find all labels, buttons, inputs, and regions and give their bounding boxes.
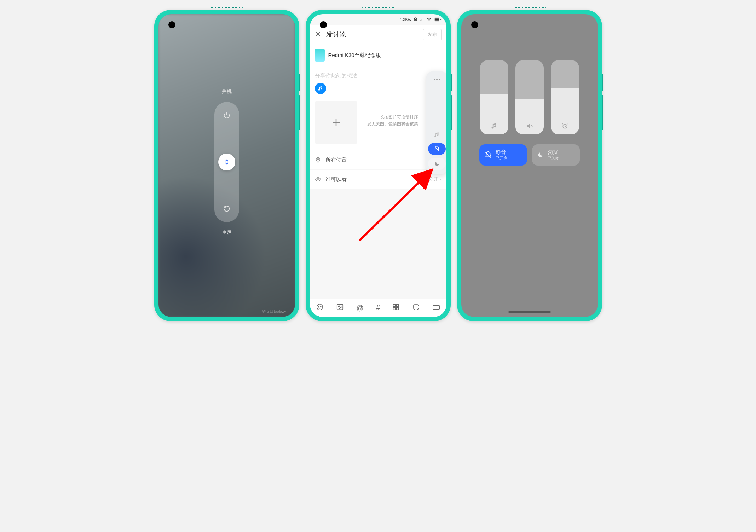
image-button[interactable] bbox=[336, 303, 344, 313]
add-image-button[interactable] bbox=[315, 101, 357, 144]
media-volume-slider[interactable] bbox=[480, 60, 508, 134]
volume-expand-button[interactable] bbox=[433, 76, 440, 83]
mention-button[interactable]: @ bbox=[357, 304, 364, 312]
mute-bell-icon bbox=[434, 146, 440, 152]
mute-status: 已开启 bbox=[496, 156, 507, 161]
add-button[interactable] bbox=[412, 303, 420, 313]
moon-icon bbox=[537, 151, 544, 158]
wifi-icon bbox=[427, 17, 432, 22]
publish-button[interactable]: 发布 bbox=[423, 29, 442, 40]
power-icon bbox=[223, 111, 231, 119]
visibility-label: 谁可以看 bbox=[325, 176, 347, 183]
compose-title: 发讨论 bbox=[326, 30, 346, 39]
apps-button[interactable] bbox=[392, 303, 399, 312]
plus-icon bbox=[331, 117, 341, 128]
svg-point-5 bbox=[436, 79, 438, 80]
compose-toolbar: @ # bbox=[310, 299, 446, 317]
plus-circle-icon bbox=[412, 303, 420, 311]
side-button bbox=[299, 95, 300, 130]
battery-icon bbox=[434, 17, 442, 22]
side-button bbox=[451, 95, 452, 130]
grid-icon bbox=[392, 303, 399, 311]
location-label: 所在位置 bbox=[325, 157, 347, 163]
keyboard-icon bbox=[432, 303, 440, 311]
compose-body: 分享你此刻的想法… 长按图片可拖动排序 发无关图、色情图将会被禁 bbox=[310, 66, 446, 150]
svg-rect-12 bbox=[337, 305, 343, 310]
svg-rect-14 bbox=[393, 305, 396, 307]
phone-frame-2: 1.3K/s 发讨论 发布 Redmi K30至尊纪念版 分享你此刻的想法… bbox=[306, 10, 451, 321]
mute-speaker-icon bbox=[526, 122, 533, 129]
svg-rect-3 bbox=[440, 19, 441, 20]
side-button bbox=[602, 95, 603, 130]
phone-frame-1: 关机 重启 酷安@toolazy… bbox=[154, 10, 299, 321]
restart-label: 重启 bbox=[222, 229, 232, 236]
visibility-row[interactable]: 谁可以看 公开 › bbox=[310, 170, 446, 189]
restart-button[interactable] bbox=[220, 202, 233, 215]
power-slider-pill[interactable] bbox=[214, 102, 239, 222]
mute-mode-card[interactable]: 静音 已开启 bbox=[479, 144, 527, 166]
screen-compose: 1.3K/s 发讨论 发布 Redmi K30至尊纪念版 分享你此刻的想法… bbox=[310, 14, 446, 317]
sound-mode-row: 静音 已开启 勿扰 已关闭 bbox=[479, 144, 580, 166]
mute-title: 静音 bbox=[496, 149, 507, 156]
location-pin-icon bbox=[315, 157, 321, 163]
chevron-right-icon: › bbox=[440, 176, 442, 182]
drag-handle[interactable] bbox=[218, 154, 235, 170]
hashtag-button[interactable]: # bbox=[376, 304, 380, 312]
compose-header: 发讨论 发布 bbox=[310, 25, 446, 45]
camera-punch-hole bbox=[168, 21, 175, 28]
media-volume-slider[interactable] bbox=[426, 86, 446, 140]
gesture-nav-bar[interactable] bbox=[508, 311, 551, 313]
music-note-icon bbox=[434, 132, 440, 138]
svg-point-4 bbox=[434, 79, 435, 80]
alarm-volume-slider[interactable] bbox=[551, 60, 579, 134]
compose-textarea[interactable]: 分享你此刻的想法… bbox=[315, 66, 442, 83]
mute-toggle-button[interactable] bbox=[428, 143, 446, 155]
visibility-value: 公开 bbox=[428, 176, 438, 182]
screen-power-menu: 关机 重启 酷安@toolazy… bbox=[158, 14, 295, 317]
speaker-grill bbox=[362, 7, 394, 8]
device-tag-row[interactable]: Redmi K30至尊纪念版 bbox=[310, 45, 446, 66]
svg-point-9 bbox=[317, 304, 323, 310]
emoji-button[interactable] bbox=[316, 303, 324, 313]
phone-frame-3: 静音 已开启 勿扰 已关闭 bbox=[457, 10, 602, 321]
alarm-clock-icon bbox=[561, 122, 569, 129]
camera-punch-hole bbox=[471, 21, 478, 28]
music-attachment-button[interactable] bbox=[315, 83, 326, 94]
dnd-mode-card[interactable]: 勿扰 已关闭 bbox=[532, 144, 580, 166]
image-icon bbox=[336, 303, 344, 311]
device-thumbnail bbox=[315, 49, 325, 62]
network-speed: 1.3K/s bbox=[400, 17, 411, 22]
image-hint-text: 长按图片可拖动排序 发无关图、色情图将会被禁 bbox=[367, 114, 418, 127]
close-button[interactable] bbox=[315, 30, 321, 39]
side-button bbox=[451, 74, 452, 91]
location-row[interactable]: 所在位置 › bbox=[310, 150, 446, 169]
watermark-text: 酷安@toolazy… bbox=[262, 309, 290, 314]
keyboard-button[interactable] bbox=[432, 303, 440, 313]
svg-rect-2 bbox=[434, 18, 439, 21]
svg-point-8 bbox=[317, 179, 319, 180]
shutdown-label: 关机 bbox=[222, 88, 232, 95]
music-note-icon bbox=[318, 86, 323, 91]
dnd-status: 已关闭 bbox=[548, 156, 559, 161]
speaker-grill bbox=[514, 7, 546, 8]
svg-point-6 bbox=[439, 79, 440, 80]
camera-punch-hole bbox=[320, 21, 327, 28]
volume-sliders-group bbox=[480, 60, 579, 134]
shutdown-button[interactable] bbox=[220, 109, 233, 122]
device-name: Redmi K30至尊纪念版 bbox=[328, 52, 381, 59]
dnd-toggle-button[interactable] bbox=[428, 158, 446, 170]
svg-point-13 bbox=[339, 306, 340, 307]
screen-sound-panel: 静音 已开启 勿扰 已关闭 bbox=[461, 14, 598, 317]
moon-icon bbox=[434, 161, 440, 167]
ringer-volume-slider[interactable] bbox=[515, 60, 544, 134]
side-button bbox=[299, 74, 300, 91]
emoji-icon bbox=[316, 303, 324, 311]
close-icon bbox=[315, 31, 321, 37]
eye-icon bbox=[315, 176, 321, 183]
sound-control-panel: 静音 已开启 勿扰 已关闭 bbox=[461, 60, 598, 166]
music-note-icon bbox=[491, 122, 498, 129]
side-button bbox=[602, 74, 603, 91]
signal-icon bbox=[420, 17, 425, 22]
svg-rect-15 bbox=[397, 305, 399, 307]
power-menu: 关机 重启 bbox=[158, 14, 295, 317]
